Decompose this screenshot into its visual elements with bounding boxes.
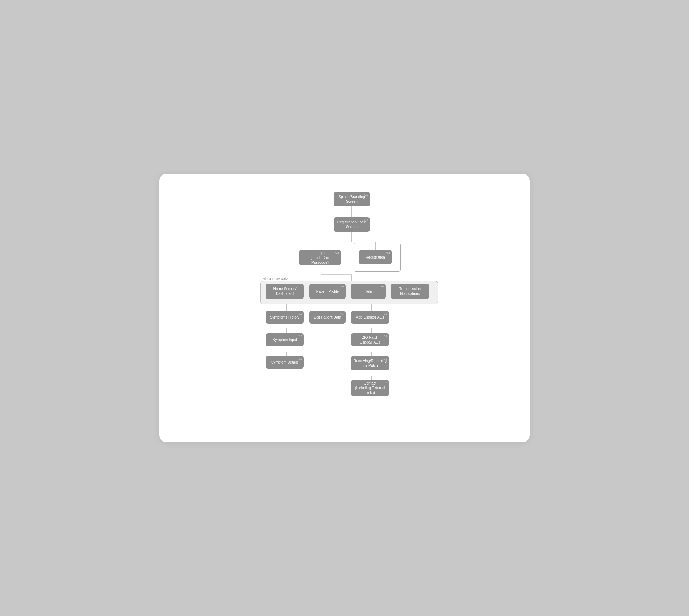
node-splash[interactable]: 0.0 Splash/Branding Screen (334, 192, 370, 206)
node-removing-patch[interactable]: 5.3 Removing/Returningthe Patch (351, 356, 389, 370)
node-symptom-details[interactable]: 3.0 Symptom Details (266, 356, 304, 369)
diagram-container: Primary Navigation 0.0 Splash/Branding S… (170, 188, 519, 428)
node-registration[interactable]: 0.3 Registration (359, 250, 392, 264)
node-app-usage[interactable]: 5.1 App Usage/FAQs (351, 311, 389, 324)
node-patient-profile[interactable]: 4.0 Patient Profile (309, 284, 346, 299)
node-symptoms-history[interactable]: 1.5 Symptoms History (266, 311, 304, 324)
node-help[interactable]: 5.0 Help (351, 284, 386, 299)
node-registration-login[interactable]: 0.1 Registration/LoginScreen (334, 217, 370, 232)
node-contact[interactable]: 5.4 Contact(Including ExternalLinks) (351, 380, 389, 396)
node-edit-patient[interactable]: 4.1 Edit Patient Data (309, 311, 346, 324)
main-card: Primary Navigation 0.0 Splash/Branding S… (159, 174, 530, 442)
primary-navigation-label: Primary Navigation (262, 277, 289, 280)
node-transmission[interactable]: 6.0 TransmissionNotifications (391, 284, 429, 299)
node-login[interactable]: 0.2 Login(TouchID or Passcode) (299, 250, 341, 265)
node-symptom-input[interactable]: 2.0 Symptom Input (266, 333, 304, 346)
node-home-screen[interactable]: 1.0 Home Screen/Dashboard (266, 284, 304, 299)
node-zio-patch[interactable]: 5.2 ZIO Patch Usage/FAQs (351, 333, 389, 346)
